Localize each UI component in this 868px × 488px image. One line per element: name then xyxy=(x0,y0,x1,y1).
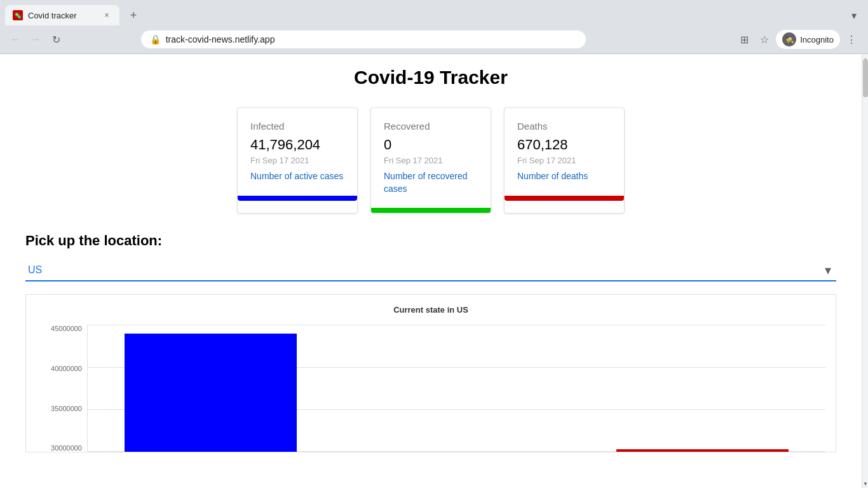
lock-icon: 🔒 xyxy=(150,34,161,44)
deaths-card-bar xyxy=(505,196,624,201)
infected-bar-group xyxy=(88,325,334,452)
y-label-2: 40000000 xyxy=(36,365,82,372)
recovered-card-description: Number of recovered cases xyxy=(384,170,478,195)
incognito-avatar: 🕵 xyxy=(782,32,796,46)
reload-button[interactable]: ↻ xyxy=(48,32,64,47)
chart-section: Current state in US 30000000 35000000 40… xyxy=(0,294,862,452)
tab-favicon: 🦠 xyxy=(13,10,23,20)
recovered-bar-group xyxy=(334,325,580,452)
tab-close-button[interactable]: × xyxy=(102,10,112,20)
y-label-1: 35000000 xyxy=(36,405,82,412)
y-axis: 30000000 35000000 40000000 45000000 xyxy=(36,325,87,452)
active-tab[interactable]: 🦠 Covid tracker × xyxy=(5,5,119,25)
address-bar: ← → ↻ 🔒 track-covid-news.netlify.app ⊞ ☆… xyxy=(0,25,868,53)
y-label-3: 45000000 xyxy=(36,325,82,332)
deaths-card-date: Fri Sep 17 2021 xyxy=(517,156,611,165)
location-section: Pick up the location: US Global Afghanis… xyxy=(0,233,862,281)
infected-card-bar xyxy=(238,196,357,201)
infected-card-description: Number of active cases xyxy=(250,170,344,183)
deaths-bar-group xyxy=(580,325,825,452)
infected-bar xyxy=(125,334,297,452)
forward-button[interactable]: → xyxy=(28,32,43,47)
infected-card-date: Fri Sep 17 2021 xyxy=(250,156,344,165)
infected-card-value: 41,796,204 xyxy=(250,137,344,153)
deaths-card-description: Number of deaths xyxy=(517,170,611,183)
apps-icon[interactable]: ⊞ xyxy=(735,30,753,48)
browser-content: Covid-19 Tracker Infected 41,796,204 Fri… xyxy=(0,54,868,488)
menu-button[interactable]: ⋮ xyxy=(843,30,860,48)
chart-bars xyxy=(88,325,825,452)
page-content: Covid-19 Tracker Infected 41,796,204 Fri… xyxy=(0,54,862,488)
recovered-card: Recovered 0 Fri Sep 17 2021 Number of re… xyxy=(370,107,491,214)
url-bar[interactable]: 🔒 track-covid-news.netlify.app xyxy=(141,30,586,48)
tab-title: Covid tracker xyxy=(28,11,97,20)
y-label-0: 30000000 xyxy=(36,444,82,452)
toolbar-right: ⊞ ☆ 🕵 Incognito ⋮ xyxy=(735,30,860,49)
recovered-card-label: Recovered xyxy=(384,121,478,132)
deaths-bar xyxy=(616,449,789,452)
chart-area: 30000000 35000000 40000000 45000000 xyxy=(36,325,825,452)
deaths-card-label: Deaths xyxy=(517,121,611,132)
recovered-card-date: Fri Sep 17 2021 xyxy=(384,156,478,165)
page-title: Covid-19 Tracker xyxy=(0,67,862,88)
scrollbar-down-arrow[interactable]: ▼ xyxy=(862,478,868,488)
deaths-card-value: 670,128 xyxy=(517,137,611,153)
chart-title: Current state in US xyxy=(36,305,825,315)
recovered-card-bar xyxy=(371,208,491,213)
incognito-button[interactable]: 🕵 Incognito xyxy=(776,30,840,49)
scrollbar-thumb[interactable] xyxy=(863,59,868,97)
location-section-title: Pick up the location: xyxy=(25,233,836,249)
chart-grid xyxy=(87,325,825,452)
browser-chrome: 🦠 Covid tracker × + ▾ ← → ↻ 🔒 track-covi… xyxy=(0,0,868,54)
incognito-label: Incognito xyxy=(800,35,834,44)
chart-container: Current state in US 30000000 35000000 40… xyxy=(25,294,836,452)
infected-card: Infected 41,796,204 Fri Sep 17 2021 Numb… xyxy=(237,107,358,214)
bookmark-icon[interactable]: ☆ xyxy=(756,30,773,48)
bars-area xyxy=(88,325,825,452)
location-select[interactable]: US Global Afghanistan Albania xyxy=(25,259,836,280)
back-button[interactable]: ← xyxy=(8,32,23,47)
deaths-card: Deaths 670,128 Fri Sep 17 2021 Number of… xyxy=(504,107,625,214)
tab-bar: 🦠 Covid tracker × + ▾ xyxy=(0,0,868,25)
cards-container: Infected 41,796,204 Fri Sep 17 2021 Numb… xyxy=(0,107,862,214)
new-tab-button[interactable]: + xyxy=(125,6,142,24)
url-text: track-covid-news.netlify.app xyxy=(166,34,275,44)
recovered-card-value: 0 xyxy=(384,137,478,153)
profile-down-icon[interactable]: ▾ xyxy=(845,6,863,24)
infected-card-label: Infected xyxy=(250,121,344,132)
scrollbar[interactable]: ▲ ▼ xyxy=(862,54,868,488)
location-select-wrapper: US Global Afghanistan Albania ▾ xyxy=(25,259,836,281)
